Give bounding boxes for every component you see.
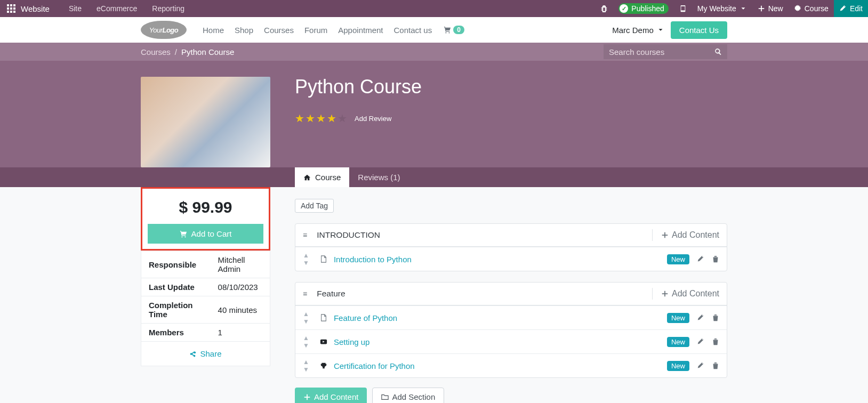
content-row[interactable]: ▲▼ Certification for Python New	[295, 353, 727, 377]
content-link[interactable]: Feature of Python	[334, 313, 397, 323]
mobile-preview-icon[interactable]	[674, 0, 692, 17]
document-icon	[319, 255, 328, 263]
nav-forum[interactable]: Forum	[299, 26, 333, 35]
home-icon	[303, 174, 311, 181]
add-section-button[interactable]: Add Section	[372, 388, 444, 403]
admin-menu-reporting[interactable]: Reporting	[144, 4, 192, 13]
search-wrapper[interactable]	[604, 44, 727, 59]
sort-handle-icon[interactable]: ▲▼	[303, 334, 309, 349]
section-title: Feature	[317, 289, 345, 299]
bug-icon[interactable]	[595, 0, 613, 17]
course-settings-button[interactable]: Course	[789, 0, 834, 17]
edit-icon[interactable]	[697, 255, 704, 263]
tab-reviews[interactable]: Reviews (1)	[349, 167, 408, 187]
add-tag-button[interactable]: Add Tag	[295, 199, 334, 213]
completion-label: Completion Time	[141, 296, 211, 324]
apps-icon[interactable]	[7, 4, 15, 13]
content-link[interactable]: Setting up	[334, 337, 370, 346]
add-content-footer-button[interactable]: Add Content	[295, 388, 367, 403]
course-title: Python Course	[295, 76, 422, 98]
contact-us-button[interactable]: Contact Us	[671, 21, 727, 39]
published-label: Published	[631, 4, 664, 13]
add-content-button[interactable]: Add Content	[652, 288, 719, 300]
edit-icon[interactable]	[697, 314, 704, 321]
nav-courses[interactable]: Courses	[259, 26, 299, 35]
add-to-cart-button[interactable]: Add to Cart	[148, 224, 263, 244]
my-website-dropdown[interactable]: My Website	[692, 0, 752, 17]
add-content-button[interactable]: Add Content	[652, 229, 719, 241]
new-badge: New	[667, 254, 689, 264]
document-icon	[319, 314, 328, 321]
app-brand[interactable]: Website	[21, 4, 61, 13]
content-row[interactable]: ▲▼ Feature of Python New	[295, 305, 727, 329]
delete-icon[interactable]	[712, 314, 719, 321]
responsible-label: Responsible	[141, 251, 211, 278]
drag-handle-icon[interactable]: ≡	[303, 233, 307, 237]
plus-icon	[661, 290, 669, 297]
delete-icon[interactable]	[712, 255, 719, 263]
sort-handle-icon[interactable]: ▲▼	[303, 252, 309, 267]
nav-home[interactable]: Home	[197, 26, 229, 35]
trophy-icon	[319, 362, 328, 369]
folder-icon	[381, 393, 389, 401]
nav-contact[interactable]: Contact us	[389, 26, 438, 35]
video-icon	[319, 338, 328, 345]
rating-stars: ★★★★★	[295, 113, 347, 124]
breadcrumb-parent[interactable]: Courses	[141, 47, 171, 57]
admin-menu-site[interactable]: Site	[61, 4, 89, 13]
section-title: INTRODUCTION	[317, 230, 380, 240]
drag-handle-icon[interactable]: ≡	[303, 292, 307, 296]
user-dropdown[interactable]: Marc Demo	[612, 26, 664, 35]
new-badge: New	[667, 337, 689, 347]
cart-icon	[180, 230, 187, 238]
delete-icon[interactable]	[712, 338, 719, 345]
content-row[interactable]: ▲▼ Setting up New	[295, 329, 727, 353]
plus-icon	[303, 393, 311, 401]
tab-course[interactable]: Course	[295, 167, 349, 187]
last-update-label: Last Update	[141, 278, 211, 296]
completion-value: 40 minutes	[211, 296, 270, 324]
content-row[interactable]: ▲▼ Introduction to Python New	[295, 247, 727, 271]
sort-handle-icon[interactable]: ▲▼	[303, 358, 309, 373]
cart-button[interactable]: 0	[444, 26, 464, 34]
responsible-value: Mitchell Admin	[211, 251, 270, 278]
sort-handle-icon[interactable]: ▲▼	[303, 310, 309, 325]
new-badge: New	[667, 361, 689, 371]
edit-icon[interactable]	[697, 338, 704, 345]
new-button[interactable]: New	[752, 0, 789, 17]
nav-shop[interactable]: Shop	[229, 26, 259, 35]
plus-icon	[661, 231, 669, 239]
add-review-link[interactable]: Add Review	[355, 115, 391, 123]
members-value: 1	[211, 324, 270, 342]
last-update-value: 08/10/2023	[211, 278, 270, 296]
content-link[interactable]: Certification for Python	[334, 361, 415, 370]
cart-count: 0	[453, 26, 464, 34]
admin-menu-ecommerce[interactable]: eCommerce	[89, 4, 144, 13]
content-link[interactable]: Introduction to Python	[334, 255, 412, 264]
search-input[interactable]	[609, 47, 710, 57]
logo[interactable]: YourLogo	[141, 21, 187, 39]
course-image	[141, 77, 270, 167]
new-badge: New	[667, 313, 689, 323]
share-button[interactable]: Share	[141, 341, 270, 366]
share-icon	[189, 350, 197, 358]
published-toggle[interactable]: ✓Published	[618, 3, 669, 14]
price: $ 99.99	[148, 194, 263, 224]
delete-icon[interactable]	[712, 362, 719, 369]
nav-appointment[interactable]: Appointment	[333, 26, 388, 35]
price-card: $ 99.99 Add to Cart	[141, 187, 270, 251]
members-label: Members	[141, 324, 211, 342]
search-icon[interactable]	[714, 48, 722, 55]
edit-icon[interactable]	[697, 362, 704, 369]
edit-button[interactable]: Edit	[834, 0, 868, 17]
breadcrumb-current: Python Course	[181, 47, 234, 57]
